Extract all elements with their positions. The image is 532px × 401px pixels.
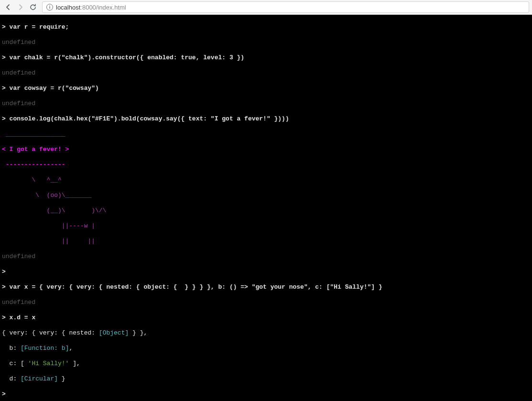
cowsay-output: \ ^__^ xyxy=(2,176,530,184)
cowsay-output: ________________ xyxy=(2,130,530,138)
url-text: localhost:8000/index.html xyxy=(56,4,126,11)
arrow-right-icon xyxy=(17,3,24,11)
reload-button[interactable] xyxy=(28,2,38,12)
repl-output: undefined xyxy=(2,69,530,77)
repl-input: > console.log(chalk.hex("#F1E").bold(cow… xyxy=(2,115,530,123)
repl-input: > xyxy=(2,268,530,276)
back-button[interactable] xyxy=(3,2,13,12)
repl-input: > var r = require; xyxy=(2,23,530,31)
nav-buttons xyxy=(3,2,38,12)
repl-output: { very: { very: { nested: [Object] } }, xyxy=(2,329,530,337)
repl-input: > var chalk = r("chalk").constructor({ e… xyxy=(2,54,530,62)
cowsay-output: (__)\ )\/\ xyxy=(2,207,530,215)
url-path: /index.html xyxy=(96,4,126,11)
cowsay-output: < I got a fever! > xyxy=(2,146,530,153)
arrow-left-icon xyxy=(4,3,12,11)
url-port: :8000 xyxy=(80,4,96,11)
repl-output: undefined xyxy=(2,299,530,306)
cowsay-output: ||----w | xyxy=(2,222,530,230)
repl-output: undefined xyxy=(2,39,530,46)
repl-input: > xyxy=(2,390,530,398)
browser-toolbar: i localhost:8000/index.html xyxy=(0,0,532,15)
site-info-icon[interactable]: i xyxy=(46,4,53,11)
cowsay-output: ---------------- xyxy=(2,161,530,169)
terminal-output[interactable]: > var r = require; undefined > var chalk… xyxy=(0,15,532,401)
reload-icon xyxy=(29,3,37,11)
cowsay-output: || || xyxy=(2,238,530,245)
repl-input: > var cowsay = r("cowsay") xyxy=(2,85,530,92)
forward-button[interactable] xyxy=(15,2,26,12)
cowsay-output: \ (oo)\_______ xyxy=(2,192,530,199)
repl-output: c: [ 'Hi Sally!' ], xyxy=(2,360,530,368)
repl-input: > x.d = x xyxy=(2,314,530,322)
url-bar[interactable]: i localhost:8000/index.html xyxy=(42,1,529,13)
repl-output: undefined xyxy=(2,100,530,108)
repl-output: b: [Function: b], xyxy=(2,345,530,352)
repl-input: > var x = { very: { very: { nested: { ob… xyxy=(2,283,530,291)
url-host: localhost xyxy=(56,4,80,11)
repl-output: d: [Circular] } xyxy=(2,375,530,383)
repl-output: undefined xyxy=(2,253,530,260)
